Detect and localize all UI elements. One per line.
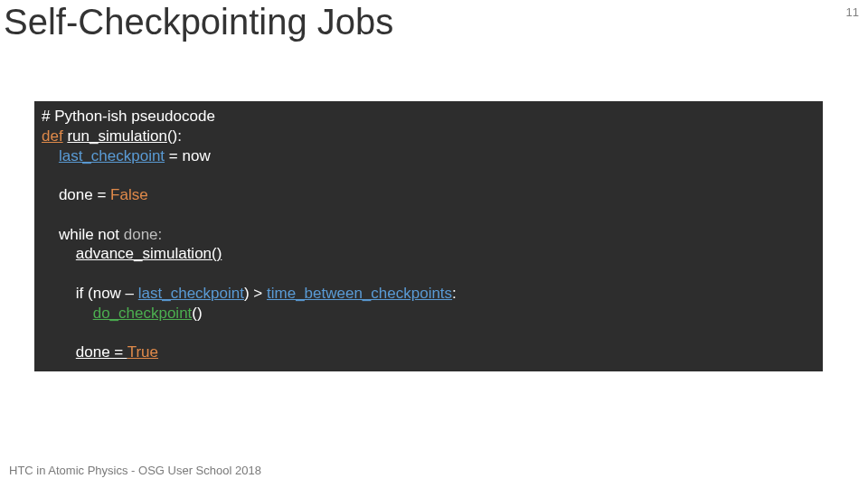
footer-text: HTC in Atomic Physics - OSG User School … — [9, 464, 261, 477]
code-var: last_checkpoint — [138, 285, 244, 302]
code-literal: False — [110, 186, 148, 203]
code-var: last_checkpoint — [59, 147, 165, 164]
code-keyword-def: def — [42, 127, 63, 145]
code-text: ) > — [244, 285, 267, 302]
code-var: time_between_checkpoints — [267, 285, 452, 302]
code-text: () — [192, 305, 202, 322]
code-text: done = — [59, 186, 110, 203]
code-text: = now — [165, 147, 211, 164]
code-call: advance_simulation() — [76, 245, 222, 262]
code-comment: # Python-ish pseudocode — [42, 108, 215, 125]
code-block: # Python-ish pseudocode def run_simulati… — [34, 101, 823, 371]
code-var: done: — [124, 226, 163, 243]
code-text: done = — [76, 343, 127, 361]
code-call: do_checkpoint — [93, 305, 193, 322]
slide-title: Self-Checkpointing Jobs — [4, 2, 393, 42]
code-text: if (now – — [76, 285, 138, 302]
code-text: (): — [167, 127, 182, 145]
code-literal: True — [127, 343, 158, 361]
code-text: : — [452, 285, 457, 302]
code-text: while not — [59, 226, 124, 243]
code-fn-name: run_simulation — [67, 127, 167, 145]
page-number: 11 — [846, 5, 859, 19]
